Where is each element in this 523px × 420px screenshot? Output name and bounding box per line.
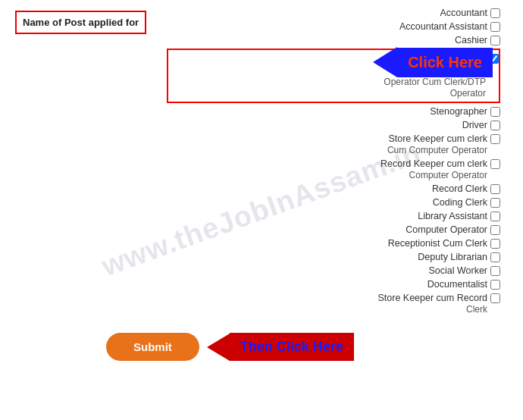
checkbox-label-store-keeper-record: Store Keeper cum Record — [377, 293, 487, 303]
post-label-text: Name of Post applied for — [23, 17, 139, 28]
label-column: Name of Post applied for — [15, 8, 167, 34]
list-item: Driver — [167, 120, 500, 130]
lower-division-sub2: Operator Cum Clerk/DTP — [173, 77, 499, 87]
submit-section: Submit Then Click Here — [15, 333, 508, 361]
checkbox-label-documentalist: Documentalist — [427, 279, 487, 290]
checkbox-label-cashier: Cashier — [455, 35, 487, 45]
click-here-annotation: Click Here — [373, 47, 493, 77]
submit-button[interactable]: Submit — [106, 333, 199, 361]
store-keeper-sub: Cum Computer Operator — [167, 145, 500, 155]
checkbox-store-keeper-record[interactable] — [490, 293, 500, 303]
list-item: Documentalist — [167, 279, 500, 290]
checkbox-documentalist[interactable] — [490, 280, 500, 290]
record-keeper-sub: Computer Operator — [167, 170, 500, 180]
checkbox-label-driver: Driver — [462, 120, 487, 130]
then-click-box: Then Click Here — [230, 333, 354, 361]
lower-division-sub3: Operator — [173, 88, 499, 99]
checkbox-deputy-librarian[interactable] — [490, 252, 500, 262]
list-item: Record Keeper cum clerk — [167, 158, 500, 169]
checkbox-label-deputy-librarian: Deputy Librarian — [418, 252, 487, 262]
page-wrapper: www.theJobInAssam.in Name of Post applie… — [0, 0, 523, 420]
list-item: Coding Clerk — [167, 197, 500, 208]
list-item: Store Keeper cum Record — [167, 293, 500, 303]
checkbox-label-stenographer: Stenographer — [430, 106, 487, 117]
click-here-text: Click Here — [408, 54, 482, 71]
content: Name of Post applied for Accountant Acco… — [15, 8, 508, 361]
list-item: Store Keeper cum clerk — [167, 133, 500, 144]
checkbox-record-clerk[interactable] — [490, 184, 500, 194]
then-click-annotation: Then Click Here — [207, 333, 354, 361]
list-item: Record Clerk — [167, 183, 500, 194]
list-item: Social Worker — [167, 265, 500, 276]
post-label-box: Name of Post applied for — [15, 11, 146, 34]
then-click-text: Then Click Here — [240, 339, 343, 354]
checkbox-coding-clerk[interactable] — [490, 198, 500, 208]
checkbox-social-worker[interactable] — [490, 266, 500, 276]
checkbox-store-keeper[interactable] — [490, 134, 500, 144]
checkbox-computer-operator[interactable] — [490, 225, 500, 235]
checkbox-label-record-clerk: Record Clerk — [432, 183, 487, 194]
checkbox-record-keeper[interactable] — [490, 159, 500, 169]
list-item: Accountant Assistant — [167, 21, 500, 32]
store-keeper-record-sub: Clerk — [167, 304, 500, 315]
checkbox-accountant[interactable] — [490, 8, 500, 18]
checkbox-label-social-worker: Social Worker — [428, 265, 487, 276]
checkbox-receptionist[interactable] — [490, 239, 500, 249]
list-item: Computer Operator — [167, 224, 500, 235]
checkbox-driver[interactable] — [490, 121, 500, 130]
checkbox-cashier[interactable] — [490, 36, 500, 45]
list-item: Stenographer — [167, 106, 500, 117]
list-item: Accountant — [167, 8, 500, 18]
list-item: Deputy Librarian — [167, 252, 500, 262]
arrow-left-red-icon — [207, 334, 230, 361]
checkbox-library-assistant[interactable] — [490, 212, 500, 221]
list-item: Library Assistant — [167, 211, 500, 221]
checkbox-accountant-assistant[interactable] — [490, 22, 500, 32]
checkbox-label-accountant-assistant: Accountant Assistant — [399, 21, 487, 32]
checkbox-label-receptionist: Receptionist Cum Clerk — [388, 238, 487, 249]
checkbox-label-accountant: Accountant — [440, 8, 487, 18]
click-here-box: Click Here — [397, 48, 493, 77]
checkbox-label-library-assistant: Library Assistant — [418, 211, 487, 221]
arrow-left-icon — [373, 47, 397, 77]
checkbox-label-store-keeper: Store Keeper cum clerk — [388, 133, 487, 144]
list-item: Receptionist Cum Clerk — [167, 238, 500, 249]
checkbox-stenographer[interactable] — [490, 107, 500, 117]
checkbox-label-computer-operator: Computer Operator — [406, 224, 487, 235]
list-item: Cashier — [167, 35, 500, 45]
checkbox-label-coding-clerk: Coding Clerk — [433, 197, 487, 208]
checkbox-label-record-keeper: Record Keeper cum clerk — [381, 158, 487, 169]
